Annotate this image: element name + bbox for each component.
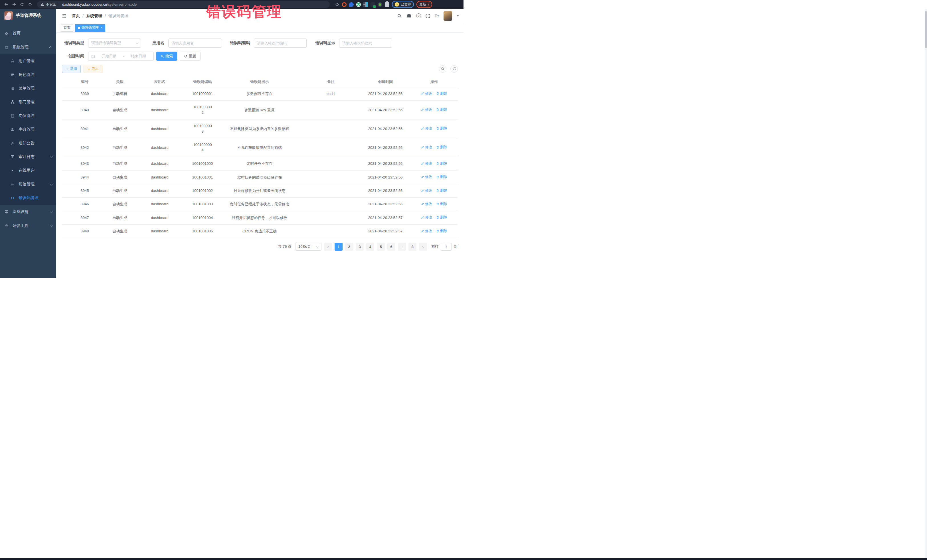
sidebar-item-user-management[interactable]: 用户管理 [0,54,56,68]
browser-menu-icon[interactable] [429,3,429,6]
sidebar-item-home[interactable]: 首页 [0,26,56,40]
cell-created: 2021-04-20 23:52:56 [360,184,410,197]
add-button[interactable]: 新增 [62,65,81,73]
table-row: 3943 自动生成 dashboard 1001001000 定时任务不存在 2… [62,157,458,170]
extension-icon-blue-drop[interactable] [349,2,354,7]
chevron-down-icon [136,41,138,44]
browser-update-button[interactable]: 更新 [416,1,432,8]
delete-link[interactable]: 删除 [436,144,447,150]
sidebar-item-department-management[interactable]: 部门管理 [0,95,56,109]
fullscreen-icon[interactable] [426,14,430,18]
delete-link[interactable]: 删除 [436,201,447,207]
error-code-field[interactable] [254,38,307,48]
cell-remark [301,187,360,194]
delete-link[interactable]: 删除 [436,126,447,131]
browser-forward-button[interactable] [11,2,17,8]
edit-link[interactable]: 修改 [421,174,432,180]
edit-link[interactable]: 修改 [421,91,432,96]
sidebar-item-post-management[interactable]: 岗位管理 [0,109,56,123]
page-button-3[interactable]: 3 [356,243,364,250]
breadcrumb-system[interactable]: 系统管理 [86,14,102,18]
tag-close-icon[interactable]: × [101,26,102,29]
app-name-field[interactable] [168,38,222,48]
sidebar-item-menu-management[interactable]: 菜单管理 [0,82,56,95]
edit-link[interactable]: 修改 [421,144,432,150]
delete-link[interactable]: 删除 [436,188,447,193]
browser-home-button[interactable] [27,2,33,8]
edit-link[interactable]: 修改 [421,107,432,112]
goto-page-input[interactable] [441,243,451,250]
cell-app: dashboard [132,141,187,154]
search-button[interactable]: 搜索 [156,52,177,61]
page-button-4[interactable]: 4 [366,243,374,250]
browser-reload-button[interactable] [19,2,25,8]
page-button-1[interactable]: 1 [334,243,343,250]
browser-back-button[interactable] [3,2,9,8]
pagination: 共 76 条 10条/页 ‹ 1 2 3 4 5 6 ··· 8 › 前往 页 [62,243,457,250]
error-hint-field[interactable] [339,38,392,48]
refresh-table-button[interactable] [450,65,458,73]
sidebar-item-dict-management[interactable]: 字典管理 [0,123,56,136]
extensions-puzzle-icon[interactable] [385,2,389,7]
reset-button[interactable]: 重置 [180,52,201,61]
page-button-6[interactable]: 6 [388,243,395,250]
sidebar-item-infrastructure[interactable]: 基础设施 [0,205,56,219]
cell-remark [301,125,360,132]
avatar-caret-icon[interactable] [457,15,459,17]
extension-icon-orange[interactable] [342,2,346,7]
sidebar-item-role-management[interactable]: 角色管理 [0,68,56,82]
page-button-8[interactable]: 8 [409,243,416,250]
page-button-5[interactable]: 5 [377,243,385,250]
breadcrumb-home[interactable]: 首页 [72,14,80,18]
paused-extension-chip[interactable]: 已暂停 [392,1,414,8]
sidebar-item-audit-log[interactable]: 审计日志 [0,150,56,164]
sidebar-toggle-button[interactable] [61,12,68,20]
extension-icon-grid[interactable] [363,2,368,7]
date-range-picker[interactable]: 开始日期 - 结束日期 [88,52,154,61]
page-size-select[interactable]: 10条/页 [295,243,321,250]
sidebar-item-sms-management[interactable]: 短信管理 [0,178,56,191]
edit-link[interactable]: 修改 [421,201,432,207]
cell-app: dashboard [132,171,187,184]
error-type-select[interactable]: 请选择错误码类型 [88,38,141,48]
page-button-2[interactable]: 2 [345,243,353,250]
export-button[interactable]: 导出 [84,65,102,73]
cell-created: 2021-04-20 23:52:56 [360,197,410,211]
github-icon[interactable] [406,14,412,18]
sidebar-item-system-management[interactable]: 系统管理 [0,40,56,54]
delete-link[interactable]: 删除 [436,161,447,166]
delete-link[interactable]: 删除 [436,91,447,96]
extension-icon-green-pin[interactable] [378,2,382,7]
cell-app: dashboard [132,87,187,100]
toggle-search-button[interactable] [439,65,447,73]
prev-page-button[interactable]: ‹ [324,243,332,250]
extension-icon-green-check[interactable] [356,2,361,7]
date-end-placeholder: 结束日期 [126,54,150,59]
more-pages-button[interactable]: ··· [398,243,406,250]
sidebar-item-dev-tools[interactable]: 研发工具 [0,219,56,233]
edit-link[interactable]: 修改 [421,215,432,220]
help-icon[interactable]: ? [416,14,421,18]
tag-home[interactable]: 首页 [61,24,73,32]
cell-type: 自动生成 [108,197,132,211]
font-size-icon[interactable]: TT [435,14,439,18]
edit-link[interactable]: 修改 [421,126,432,131]
edit-link[interactable]: 修改 [421,228,432,234]
bookmark-star-icon[interactable] [335,2,339,7]
delete-link[interactable]: 删除 [436,215,447,220]
sidebar-item-notice-announcement[interactable]: 通知公告 [0,136,56,150]
sidebar-item-online-users[interactable]: 在线用户 [0,164,56,178]
edit-link[interactable]: 修改 [421,161,432,166]
user-avatar[interactable] [444,11,452,21]
app-logo-row[interactable]: 芋道管理系统 [0,9,56,22]
delete-link[interactable]: 删除 [436,174,447,180]
search-icon[interactable] [397,14,402,18]
tag-error-code-management[interactable]: 错误码管理 × [75,24,105,32]
edit-link[interactable]: 修改 [421,188,432,193]
delete-link[interactable]: 删除 [436,107,447,112]
next-page-button[interactable]: › [419,243,427,250]
extension-icon-on-badge[interactable] [371,2,375,7]
delete-link[interactable]: 删除 [436,228,447,234]
address-bar[interactable]: 不安全 dashboard.yudao.iocoder.cn/system/er… [37,1,330,8]
sidebar-item-error-code-management[interactable]: 错误码管理 [0,191,56,205]
